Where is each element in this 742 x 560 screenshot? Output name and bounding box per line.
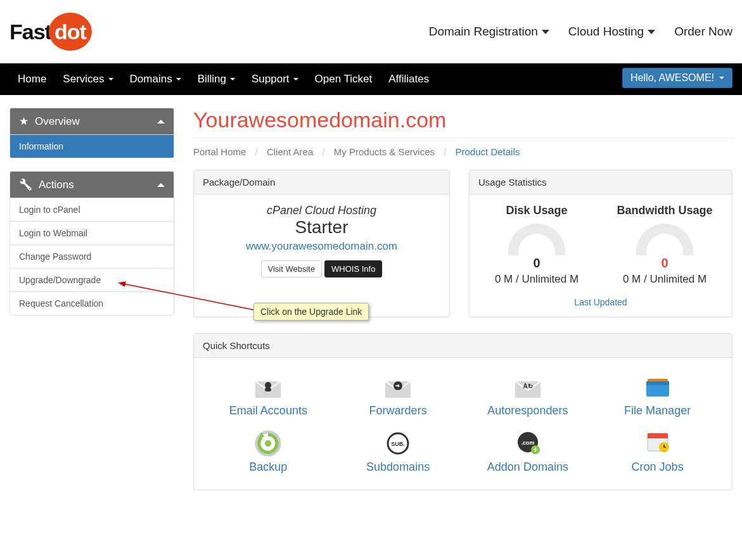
nav-services-label: Services <box>63 63 104 95</box>
subdomain-icon: SUB. <box>382 430 414 457</box>
nav-support[interactable]: Support <box>243 63 307 95</box>
breadcrumb-products[interactable]: My Products & Services <box>334 146 435 157</box>
nav-home[interactable]: Home <box>10 63 54 95</box>
star-icon <box>19 115 29 128</box>
envelope-arrow-icon <box>382 374 414 400</box>
nav-cloud-hosting-label: Cloud Hosting <box>568 25 644 39</box>
shortcut-label: Autoresponders <box>466 404 590 417</box>
nav-domains-label: Domains <box>130 63 172 95</box>
envelope-person-icon <box>252 374 284 400</box>
breadcrumb-separator: / <box>255 146 258 157</box>
shortcuts-body: Email Accounts Forwarders A↻ Autorespond… <box>194 358 732 490</box>
nav-domain-registration[interactable]: Domain Registration <box>429 25 549 39</box>
folder-icon <box>642 374 674 400</box>
shortcut-autoresponders[interactable]: A↻ Autoresponders <box>463 367 593 424</box>
sidebar-item-label: Login to cPanel <box>19 205 80 215</box>
sidebar-item-upgrade-downgrade[interactable]: Upgrade/Downgrade <box>10 268 174 291</box>
sidebar: Overview Information Actions Login to cP… <box>10 108 174 328</box>
svg-point-1 <box>265 382 271 388</box>
shortcut-label: Forwarders <box>336 404 460 417</box>
sidebar-item-label: Request Cancellation <box>19 298 103 309</box>
sidebar-item-information[interactable]: Information <box>10 134 174 158</box>
chevron-down-icon <box>108 78 113 80</box>
shortcut-forwarders[interactable]: Forwarders <box>333 367 463 424</box>
content: Overview Information Actions Login to cP… <box>0 95 742 503</box>
nav-billing[interactable]: Billing <box>189 63 243 95</box>
bandwidth-gauge-value: 0 <box>646 256 683 270</box>
nav-affiliates-label: Affiliates <box>388 63 429 95</box>
nav-services[interactable]: Services <box>54 63 121 95</box>
logo-text-fast: Fast <box>10 20 51 44</box>
main-navbar: Home Services Domains Billing Support Op… <box>0 63 742 95</box>
chevron-down-icon <box>176 78 181 80</box>
shortcut-addon-domains[interactable]: .com+ Addon Domains <box>463 424 593 480</box>
nav-domain-registration-label: Domain Registration <box>429 25 538 39</box>
package-type: cPanel Cloud Hosting <box>203 204 440 217</box>
chevron-up-icon <box>157 120 165 124</box>
last-updated-link[interactable]: Last Updated <box>479 297 722 307</box>
user-menu-button[interactable]: Hello, AWESOME! <box>622 68 732 88</box>
disk-gauge-value: 0 <box>518 256 555 270</box>
main-content: Yourawesomedomain.com Portal Home / Clie… <box>193 108 732 490</box>
actions-title: Actions <box>39 179 74 191</box>
annotation-callout: Click on the Upgrade Link <box>253 303 369 321</box>
svg-rect-2 <box>265 388 271 391</box>
bandwidth-usage-text: 0 M / Unlimited M <box>607 273 722 286</box>
wrench-icon <box>19 178 32 191</box>
chevron-up-icon <box>157 183 165 187</box>
svg-rect-9 <box>646 381 669 385</box>
sidebar-item-label: Information <box>19 141 63 151</box>
top-nav: Domain Registration Cloud Hosting Order … <box>429 25 732 39</box>
sidebar-item-request-cancellation[interactable]: Request Cancellation <box>10 291 174 315</box>
chevron-down-icon <box>293 78 298 80</box>
package-card: Package/Domain cPanel Cloud Hosting Star… <box>193 170 450 317</box>
actions-header[interactable]: Actions <box>10 172 174 198</box>
backup-icon <box>252 430 284 457</box>
package-domain-link[interactable]: www.yourawesomedomain.com <box>246 240 397 253</box>
shortcut-backup[interactable]: Backup <box>203 424 333 480</box>
sidebar-item-login-cpanel[interactable]: Login to cPanel <box>10 198 174 221</box>
nav-cloud-hosting[interactable]: Cloud Hosting <box>568 25 655 39</box>
shortcut-file-manager[interactable]: File Manager <box>592 367 722 424</box>
chevron-down-icon <box>542 30 549 34</box>
whois-info-button[interactable]: WHOIS Info <box>324 260 382 277</box>
overview-header[interactable]: Overview <box>10 108 174 134</box>
user-greeting-label: Hello, AWESOME! <box>630 72 714 84</box>
disk-gauge-icon: 0 <box>508 224 565 255</box>
sidebar-item-label: Change Password <box>19 251 91 262</box>
shortcut-subdomains[interactable]: SUB. Subdomains <box>333 424 463 480</box>
nav-billing-label: Billing <box>198 63 226 95</box>
annotation-text: Click on the Upgrade Link <box>260 307 362 317</box>
disk-usage-text: 0 M / Unlimited M <box>479 273 594 286</box>
nav-domains[interactable]: Domains <box>122 63 189 95</box>
nav-open-ticket[interactable]: Open Ticket <box>307 63 381 95</box>
logo[interactable]: Fast dot <box>10 13 92 51</box>
sidebar-item-login-webmail[interactable]: Login to Webmail <box>10 221 174 245</box>
sidebar-item-label: Login to Webmail <box>19 228 87 238</box>
overview-title: Overview <box>35 115 80 128</box>
usage-card: Usage Statistics Disk Usage 0 0 M / Unli… <box>469 170 732 317</box>
breadcrumb-separator: / <box>322 146 324 157</box>
envelope-refresh-icon: A↻ <box>512 374 544 400</box>
calendar-clock-icon <box>642 430 674 457</box>
shortcut-label: Cron Jobs <box>596 461 719 474</box>
disk-usage-title: Disk Usage <box>479 204 594 217</box>
bandwidth-usage-title: Bandwidth Usage <box>607 204 722 217</box>
breadcrumb-client-area[interactable]: Client Area <box>267 146 313 157</box>
top-header: Fast dot Domain Registration Cloud Hosti… <box>0 0 742 63</box>
shortcut-cron-jobs[interactable]: Cron Jobs <box>592 424 722 480</box>
package-name: Starter <box>203 217 440 238</box>
shortcut-label: Email Accounts <box>207 404 330 417</box>
svg-text:A↻: A↻ <box>523 383 532 390</box>
nav-order-now[interactable]: Order Now <box>674 25 732 39</box>
visit-website-button[interactable]: Visit Website <box>261 260 323 277</box>
sidebar-item-label: Upgrade/Downgrade <box>19 275 101 285</box>
shortcut-label: Addon Domains <box>466 461 590 474</box>
disk-usage-col: Disk Usage 0 0 M / Unlimited M <box>479 204 594 286</box>
breadcrumb-portal-home[interactable]: Portal Home <box>193 146 246 157</box>
page-title: Yourawesomedomain.com <box>193 108 732 138</box>
sidebar-item-change-password[interactable]: Change Password <box>10 245 174 268</box>
nav-affiliates[interactable]: Affiliates <box>380 63 437 95</box>
chevron-down-icon <box>230 78 235 80</box>
shortcut-email-accounts[interactable]: Email Accounts <box>203 367 333 424</box>
